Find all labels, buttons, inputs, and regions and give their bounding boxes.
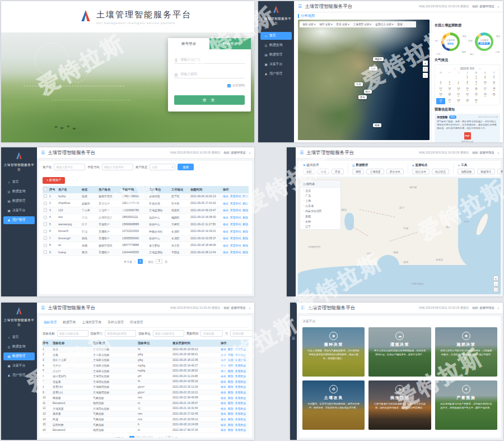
decision-card[interactable]: ✦ 产量预测 融合遥感影像与历史产量数据，对作物长势进行动态评估，提前预测区域产… — [435, 380, 497, 430]
metric-type-input[interactable] — [105, 330, 136, 337]
start-date-input[interactable] — [200, 330, 223, 337]
delete-link[interactable]: 删除 — [228, 364, 234, 367]
map-marker[interactable]: 德惠市 — [373, 57, 384, 61]
next-page-icon[interactable]: › — [155, 437, 156, 438]
reset-password-link[interactable]: 重置密码 — [230, 222, 241, 226]
calendar-day[interactable]: 20☂ — [445, 92, 454, 99]
page-number[interactable]: 4 — [148, 436, 153, 438]
view-data-link[interactable]: 查看数据 — [235, 347, 246, 351]
calendar-day[interactable]: 3☂ — [480, 75, 489, 81]
row-checkbox[interactable] — [44, 236, 47, 240]
delete-link[interactable]: 删除 — [242, 202, 248, 205]
phone-filter-input[interactable] — [102, 164, 133, 170]
edit-link[interactable]: 修改 — [221, 347, 226, 351]
calendar-day[interactable]: 7☂ — [454, 81, 463, 87]
edit-link[interactable]: 修改 — [221, 391, 226, 394]
delete-link[interactable]: 删除 — [242, 222, 248, 226]
edit-link[interactable]: 修改 — [223, 222, 228, 226]
delete-link[interactable]: 删除 — [228, 423, 234, 426]
map-filter-item[interactable]: 监测点位 全部 ▾ — [375, 23, 393, 26]
row-checkbox[interactable] — [44, 194, 47, 198]
map-control-button[interactable]: + — [423, 61, 428, 66]
view-data-link[interactable]: 查看数据 — [235, 407, 246, 410]
edit-link[interactable]: 修改 — [223, 208, 228, 212]
tree-item[interactable]: ›辽宁 — [300, 224, 340, 229]
calendar-day[interactable]: 21☁ — [454, 92, 463, 99]
calendar-day[interactable]: 9☁ — [472, 81, 480, 87]
toolbar-chip[interactable]: 土壤温度 — [366, 169, 384, 174]
toolbar-chip[interactable]: 区县 — [332, 169, 344, 174]
toolbar-chip[interactable]: 站点分布 — [412, 169, 430, 174]
tree-item[interactable]: ›吉林 — [300, 219, 340, 224]
sidebar-item[interactable]: ⌂首页 — [3, 178, 35, 186]
calendar-day[interactable]: 19☀ — [436, 92, 445, 99]
delete-link[interactable]: 删除 — [228, 380, 234, 383]
calendar-day[interactable]: 25☂ — [489, 92, 498, 99]
collapsed-sidebar[interactable]: ☰ — [287, 147, 296, 296]
view-data-link[interactable]: 查看数据 — [235, 380, 246, 383]
search-button[interactable]: 搜索 — [178, 164, 194, 170]
sidebar-item[interactable]: ♟用户管理 — [3, 372, 35, 379]
login-button[interactable]: 登 录 — [174, 95, 245, 105]
calendar-day[interactable]: 11☂ — [489, 81, 498, 87]
calendar-day[interactable] — [454, 75, 463, 81]
calendar-day[interactable] — [480, 98, 489, 104]
end-date-input[interactable] — [230, 330, 252, 337]
delete-link[interactable]: 删除 — [228, 407, 234, 410]
zoom-button[interactable]: + — [493, 276, 498, 281]
zoom-button[interactable]: ⛶ — [493, 287, 498, 292]
calendar-day[interactable]: 18☁ — [489, 86, 498, 92]
calendar-day[interactable]: 17☀ — [480, 86, 489, 92]
sidebar-item[interactable]: ◎数据查询 — [260, 41, 292, 49]
edit-link[interactable]: 修改 — [221, 412, 226, 415]
map-marker[interactable]: 长春 — [369, 67, 377, 71]
delete-link[interactable]: 删除 — [228, 396, 234, 400]
delete-link[interactable]: 删除 — [228, 353, 234, 356]
toolbar-chip[interactable]: 省份 — [318, 169, 330, 174]
tree-item[interactable]: ›新疆 — [300, 213, 340, 219]
sidebar-item[interactable]: ♟用户管理 — [260, 70, 292, 78]
sidebar-item[interactable]: ▤数据管理 — [260, 51, 292, 59]
decision-card[interactable]: ♻ 土壤改良 针对酸化、盐渍化与板结等问题地块，提供石灰调理、秸秆还田、深松耕作… — [302, 380, 365, 430]
calendar-day[interactable]: 5☀ — [436, 81, 445, 87]
calendar-day[interactable]: 22☀ — [463, 92, 472, 99]
calendar-day[interactable]: 30☁ — [472, 98, 480, 104]
calendar-next-icon[interactable]: › — [479, 67, 480, 70]
calendar-day[interactable]: 23☀ — [472, 92, 480, 99]
sidebar-item[interactable]: ⌂首页 — [260, 32, 292, 40]
row-checkbox[interactable] — [44, 216, 47, 219]
row-checkbox[interactable] — [44, 244, 47, 247]
calendar-day[interactable]: 28☀ — [454, 98, 463, 104]
toolbar-chip[interactable]: 站点状态 — [432, 169, 449, 174]
view-data-link[interactable]: 查看数据 — [235, 385, 246, 388]
edit-link[interactable]: 修改 — [221, 364, 226, 367]
sidebar-item[interactable]: ◎数据查询 — [3, 188, 35, 196]
tab[interactable]: 土壤类型字典 — [82, 320, 101, 325]
toolbar-chip[interactable]: 重置视图 ▾ — [497, 169, 503, 174]
view-data-link[interactable]: 查看数据 — [235, 401, 246, 405]
toolbar-chip[interactable]: 数据导出 — [477, 169, 494, 174]
reset-password-link[interactable]: 重置密码 — [230, 244, 241, 247]
metric-unit-input[interactable] — [153, 330, 184, 337]
edit-link[interactable]: 修改 — [221, 423, 226, 426]
view-data-link[interactable]: 查看数据 — [235, 412, 246, 415]
page-number[interactable]: 1 — [138, 259, 143, 264]
calendar-day[interactable]: 1☀ — [463, 75, 472, 81]
map-filter-item[interactable]: 城市 全部 ▾ — [319, 23, 332, 26]
calendar-day[interactable]: 6☁ — [445, 81, 454, 87]
reset-password-link[interactable]: 重置密码 — [230, 230, 241, 233]
row-checkbox[interactable] — [44, 208, 47, 212]
pdf-icon[interactable]: PDF — [464, 132, 471, 140]
delete-link[interactable]: 删除 — [228, 347, 234, 351]
map-marker[interactable]: 南海 — [373, 123, 381, 127]
delete-link[interactable]: 删除 — [228, 358, 234, 361]
calendar-day[interactable]: 12☁ — [436, 86, 445, 92]
menu-toggle-icon[interactable]: ☰ — [300, 150, 304, 155]
view-data-link[interactable]: 查看数据 — [235, 423, 246, 426]
edit-link[interactable]: 修改 — [221, 353, 226, 356]
view-data-link[interactable]: 查看数据 — [235, 391, 246, 394]
delete-link[interactable]: 删除 — [228, 374, 234, 378]
sidebar-item[interactable]: ▤数据管理 — [3, 352, 35, 360]
delete-link[interactable]: 删除 — [242, 236, 248, 240]
edit-link[interactable]: 修改 — [223, 244, 228, 247]
